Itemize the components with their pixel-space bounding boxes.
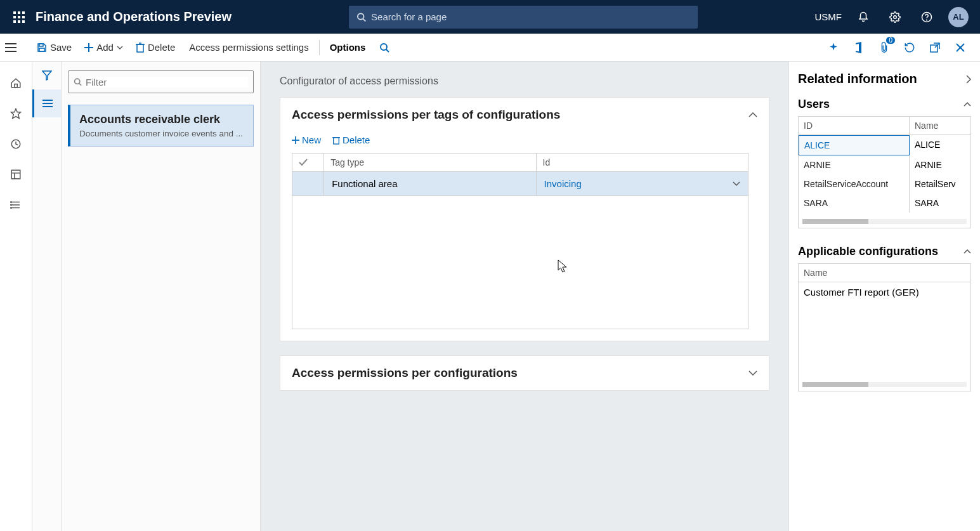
users-col-name[interactable]: Name (910, 117, 970, 134)
configs-section-header[interactable]: Applicable configurations (798, 245, 971, 258)
add-button[interactable]: Add (78, 38, 129, 56)
grid-col-id[interactable]: Id (536, 154, 748, 172)
list-filter-input[interactable] (86, 77, 248, 88)
grid-col-tagtype[interactable]: Tag type (324, 154, 536, 172)
cell-tagtype[interactable]: Functional area (324, 172, 535, 195)
user-avatar[interactable]: AL (948, 7, 969, 27)
users-row[interactable]: SARASARA (799, 193, 970, 213)
cmd-access-permissions-settings[interactable]: Access permissions settings (181, 38, 316, 56)
grid-empty-area (799, 302, 970, 378)
users-row[interactable]: RetailServiceAccountRetailServ (799, 174, 970, 193)
configs-grid: Name Customer FTI report (GER) (798, 263, 971, 391)
global-search[interactable] (349, 6, 698, 29)
role-card-selected[interactable]: Accounts receivable clerk Documents cust… (68, 105, 254, 147)
listpane-filter-tab[interactable] (32, 62, 61, 89)
rail-modules-icon[interactable] (6, 195, 26, 215)
svg-rect-7 (18, 20, 20, 23)
rail-recent-icon[interactable] (6, 134, 26, 154)
rail-workspaces-icon[interactable] (6, 164, 26, 185)
popout-icon[interactable] (925, 38, 944, 57)
users-grid-body: ALICEALICE ARNIEARNIE RetailServiceAccou… (799, 135, 970, 215)
svg-marker-42 (42, 71, 51, 80)
search-icon (379, 43, 389, 53)
notifications-icon[interactable] (853, 7, 873, 27)
svg-point-41 (11, 207, 12, 209)
chevron-down-icon (748, 370, 757, 376)
svg-point-11 (894, 15, 897, 18)
users-section: Users ID Name ALICEALICE ARNIEARNIE Reta… (798, 98, 971, 228)
users-horizontal-scrollbar[interactable] (802, 219, 967, 224)
svg-rect-18 (39, 48, 44, 51)
role-card-description: Documents customer invoice events and ..… (79, 129, 244, 138)
copilot-icon[interactable] (824, 38, 843, 57)
app-launcher-icon[interactable] (6, 4, 32, 30)
list-filter[interactable] (68, 70, 254, 93)
svg-rect-4 (18, 16, 20, 18)
nav-toggle-icon[interactable] (5, 43, 30, 52)
settings-icon[interactable] (885, 7, 905, 27)
configs-col-name[interactable]: Name (799, 264, 970, 282)
rail-favorites-icon[interactable] (6, 103, 26, 124)
configs-grid-body: Customer FTI report (GER) (799, 282, 970, 378)
svg-line-47 (79, 83, 81, 85)
svg-point-9 (358, 13, 364, 20)
users-row[interactable]: ARNIEARNIE (799, 155, 970, 174)
grid-new-button[interactable]: New (292, 134, 321, 145)
grid-row-selector[interactable] (292, 172, 324, 196)
svg-rect-3 (13, 16, 16, 18)
grid-select-all[interactable] (292, 154, 324, 172)
trash-icon (332, 136, 340, 145)
svg-point-24 (381, 44, 387, 50)
svg-rect-6 (13, 20, 16, 23)
svg-marker-31 (11, 109, 21, 119)
office-icon[interactable] (849, 38, 868, 57)
section-configs-header[interactable]: Access permissions per configurations (280, 356, 769, 390)
role-card-title: Accounts receivable clerk (79, 113, 244, 126)
grid-row[interactable]: Functional area Invoicing (292, 172, 748, 196)
cell-id[interactable]: Invoicing (537, 172, 748, 195)
search-icon (74, 77, 82, 86)
listpane-list-tab[interactable] (32, 89, 61, 117)
grid-empty-area (292, 196, 748, 329)
svg-line-10 (363, 18, 365, 21)
configs-horizontal-scrollbar[interactable] (802, 382, 967, 387)
help-icon[interactable] (917, 7, 937, 27)
section-configs: Access permissions per configurations (280, 355, 769, 391)
global-search-input[interactable] (371, 11, 690, 22)
users-col-id[interactable]: ID (799, 117, 910, 134)
svg-rect-30 (15, 84, 18, 88)
delete-button[interactable]: Delete (129, 38, 181, 56)
svg-rect-21 (137, 44, 143, 52)
svg-rect-33 (11, 170, 20, 179)
configs-row[interactable]: Customer FTI report (GER) (799, 282, 970, 302)
command-bar: Save Add Delete Access permissions setti… (0, 34, 980, 62)
configs-section: Applicable configurations Name Customer … (798, 245, 971, 391)
chevron-right-icon[interactable] (966, 75, 971, 84)
cmd-options[interactable]: Options (322, 38, 374, 56)
find-button[interactable] (373, 39, 396, 56)
svg-point-46 (75, 79, 80, 84)
save-button[interactable]: Save (30, 38, 78, 56)
svg-point-13 (927, 20, 927, 20)
users-section-title: Users (798, 98, 830, 111)
svg-rect-5 (22, 16, 25, 18)
chevron-up-icon (964, 102, 971, 107)
users-row[interactable]: ALICEALICE (799, 135, 970, 155)
rail-home-icon[interactable] (6, 73, 26, 93)
svg-rect-17 (39, 44, 43, 46)
attachments-icon[interactable]: 0 (875, 38, 894, 57)
company-code[interactable]: USMF (814, 11, 842, 22)
chevron-down-icon[interactable] (733, 181, 740, 186)
top-navbar: Finance and Operations Preview USMF AL (0, 0, 980, 34)
plus-icon (292, 136, 299, 144)
svg-line-25 (386, 49, 389, 52)
svg-point-40 (11, 204, 12, 206)
section-configs-title: Access permissions per configurations (292, 366, 518, 380)
svg-rect-2 (22, 11, 25, 14)
section-tags-header[interactable]: Access permissions per tags of configura… (280, 98, 769, 132)
svg-rect-50 (334, 137, 339, 143)
users-section-header[interactable]: Users (798, 98, 971, 111)
close-icon[interactable] (951, 38, 970, 57)
refresh-icon[interactable] (900, 38, 919, 57)
grid-delete-button[interactable]: Delete (332, 134, 370, 145)
